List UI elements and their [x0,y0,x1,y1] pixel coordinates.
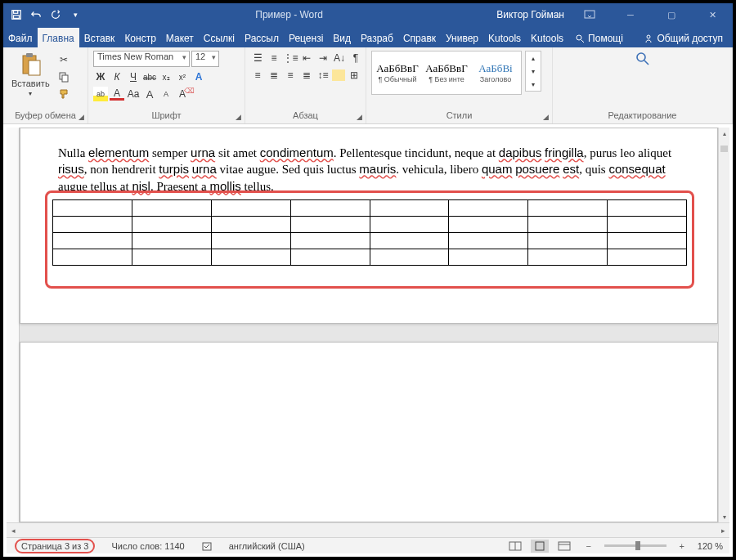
page[interactable]: Nulla elementum semper urna sit amet con… [20,128,718,324]
align-right-button[interactable]: ≡ [283,68,298,83]
table-cell[interactable] [132,200,211,217]
paragraph-launcher-icon[interactable]: ◢ [354,112,364,122]
maximize-button[interactable]: ▢ [656,3,687,26]
share-button[interactable]: Общий доступ [637,29,733,47]
tab-главна[interactable]: Главна [38,28,79,47]
vertical-ruler[interactable] [7,128,20,537]
italic-button[interactable]: К [110,69,124,84]
borders-button[interactable]: ⊞ [347,68,361,83]
bullets-button[interactable]: ☰ [250,51,265,65]
table-cell[interactable] [608,200,687,217]
tab-файл[interactable]: Файл [3,28,38,47]
document-table[interactable] [52,199,687,266]
table-cell[interactable] [290,217,370,233]
styles-launcher-icon[interactable]: ◢ [541,112,550,122]
highlight-button[interactable]: ab [93,87,108,101]
tab-универ[interactable]: Универ [441,28,483,47]
table-cell[interactable] [370,233,449,249]
table-cell[interactable] [449,233,528,249]
scroll-thumb[interactable] [720,146,728,152]
tab-рецензі[interactable]: Рецензі [284,28,328,47]
table-cell[interactable] [290,249,370,266]
table-cell[interactable] [53,249,132,266]
tab-справк[interactable]: Справк [398,28,441,47]
align-left-button[interactable]: ≡ [250,68,265,83]
format-painter-icon[interactable] [56,87,71,101]
table-cell[interactable] [528,249,608,266]
document-paragraph[interactable]: Nulla elementum semper urna sit amet con… [58,145,680,195]
indent-right-button[interactable]: ⇥ [316,51,330,65]
justify-button[interactable]: ≣ [299,68,314,83]
language-indicator[interactable]: английский (США) [221,538,313,553]
font-launcher-icon[interactable]: ◢ [233,112,243,122]
tab-kutools[interactable]: Kutools [526,28,568,47]
vertical-scrollbar[interactable]: ▴ ▾ [718,128,729,522]
table-cell[interactable] [290,200,370,217]
subscript-button[interactable]: x₂ [159,69,173,84]
tab-макет[interactable]: Макет [161,28,199,47]
multilevel-button[interactable]: ⋮≡ [283,51,298,65]
style-item[interactable]: АаБбВвГ¶ Без инте [423,53,470,92]
table-cell[interactable] [290,233,370,249]
undo-icon[interactable] [29,8,43,21]
close-button[interactable]: ✕ [697,3,728,26]
tab-ссылкі[interactable]: Ссылкі [199,28,240,47]
text-effects-button[interactable]: A [191,69,206,84]
table-cell[interactable] [608,233,687,249]
tab-разраб[interactable]: Разраб [356,28,398,47]
tab-рассыл[interactable]: Рассыл [240,28,284,47]
save-icon[interactable] [10,8,23,21]
page-next[interactable] [20,342,718,522]
table-cell[interactable] [370,249,449,266]
horizontal-scrollbar[interactable]: ◂ ▸ [7,522,729,537]
table-cell[interactable] [132,233,211,249]
style-item[interactable]: АаБбВвГ¶ Обычный [374,53,421,92]
clear-format-button[interactable]: A⌫ [175,87,190,101]
tab-вставк[interactable]: Вставк [79,28,120,47]
table-cell[interactable] [211,249,290,266]
proofing-button[interactable] [193,538,221,553]
table-cell[interactable] [53,233,132,249]
tab-констр[interactable]: Констр [119,28,160,47]
bold-button[interactable]: Ж [93,69,108,84]
font-color-button[interactable]: A [110,88,124,101]
superscript-button[interactable]: x² [175,69,190,84]
table-cell[interactable] [53,217,132,233]
styles-row-down-icon[interactable]: ▾ [526,65,541,78]
numbering-button[interactable]: ≡ [267,51,281,65]
table-cell[interactable] [132,249,211,266]
table-cell[interactable] [53,200,132,217]
show-marks-button[interactable]: ¶ [348,51,363,65]
scroll-down-icon[interactable]: ▾ [719,511,729,522]
tab-kutools[interactable]: Kutools [483,28,526,47]
clipboard-launcher-icon[interactable]: ◢ [76,112,86,122]
word-count[interactable]: Число слов: 1140 [103,538,192,553]
styles-more-icon[interactable]: ▾ [526,78,541,91]
page-indicator[interactable]: Страница 3 из 3 [15,539,95,553]
align-center-button[interactable]: ≣ [267,68,281,83]
scroll-left-icon[interactable]: ◂ [7,523,20,537]
ribbon-options-icon[interactable] [574,3,605,26]
shading-button[interactable] [332,69,345,81]
find-button[interactable] [635,51,651,67]
table-cell[interactable] [449,249,528,266]
strike-button[interactable]: abc [142,69,157,84]
table-cell[interactable] [528,217,608,233]
copy-icon[interactable] [56,69,71,84]
cut-icon[interactable]: ✂ [56,52,71,67]
zoom-level[interactable]: 120 % [698,541,723,551]
table-cell[interactable] [211,217,290,233]
redo-icon[interactable] [49,8,62,21]
table-cell[interactable] [449,217,528,233]
table-cell[interactable] [211,233,290,249]
paste-button[interactable]: Вставить ▾ [8,51,53,99]
minimize-button[interactable]: ─ [615,3,646,26]
tell-me-button[interactable]: Помощі [568,29,630,47]
zoom-in-button[interactable]: + [673,540,691,553]
table-cell[interactable] [449,200,528,217]
indent-left-button[interactable]: ⇤ [299,51,314,65]
table-cell[interactable] [211,200,290,217]
table-cell[interactable] [528,233,608,249]
table-cell[interactable] [370,217,449,233]
qat-customize-icon[interactable]: ▾ [69,8,82,21]
